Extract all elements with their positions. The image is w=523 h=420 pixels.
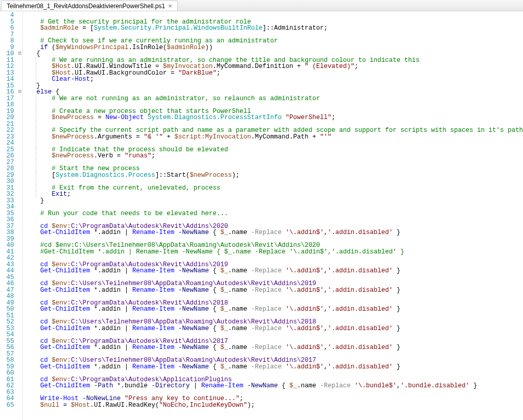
fold-indicator xyxy=(17,121,22,128)
code-line[interactable]: Get-ChildItem *.addin | Rename-Item -New… xyxy=(25,325,523,332)
code-line[interactable]: Get-ChildItem *.addin | Rename-Item -New… xyxy=(25,364,523,370)
code-line[interactable]: $newProcess.Arguments = "& '" + $script:… xyxy=(25,134,523,141)
code-line[interactable]: # Exit from the current, unelevated, pro… xyxy=(25,185,523,192)
fold-indicator xyxy=(17,147,22,153)
line-number: 24 xyxy=(0,140,14,147)
fold-indicator xyxy=(17,332,22,338)
fold-indicator[interactable]: ⊟ xyxy=(17,51,22,57)
code-editor[interactable]: 4567891011121314151617181920212223242526… xyxy=(0,11,523,420)
code-line[interactable]: Get-ChildItem *.addin | Rename-Item -New… xyxy=(25,287,523,294)
code-line[interactable]: $Host.UI.RawUI.WindowTitle = $myInvocati… xyxy=(25,63,523,70)
line-number: 60 xyxy=(0,370,14,377)
close-icon[interactable]: × xyxy=(168,3,172,9)
fold-indicator xyxy=(17,57,22,64)
fold-indicator xyxy=(17,274,22,281)
code-area[interactable]: # Get the security principal for the adm… xyxy=(22,11,523,420)
fold-indicator xyxy=(17,12,22,19)
fold-indicator xyxy=(17,255,22,262)
fold-indicator xyxy=(17,357,22,364)
fold-indicator xyxy=(17,377,22,383)
fold-indicator xyxy=(17,204,22,211)
fold-indicator xyxy=(17,76,22,83)
code-line[interactable]: Clear-Host; xyxy=(25,76,523,83)
code-line[interactable]: Get-ChildItem -Path *.bundle -Directory … xyxy=(25,383,523,389)
fold-indicator xyxy=(17,351,22,358)
code-line[interactable]: $Host.UI.RawUI.BackgroundColor = "DarkBl… xyxy=(25,70,523,77)
line-number: 44 xyxy=(0,268,14,274)
fold-indicator xyxy=(17,395,22,402)
fold-indicator xyxy=(17,70,22,77)
fold-indicator xyxy=(17,300,22,307)
line-number: 64 xyxy=(0,395,14,402)
line-number: 50 xyxy=(0,306,14,313)
fold-indicator xyxy=(17,63,22,70)
fold-indicator xyxy=(17,223,22,230)
code-line[interactable]: $newProcess.Verb = "runas"; xyxy=(25,153,523,159)
fold-indicator xyxy=(17,102,22,108)
line-number: 46 xyxy=(0,281,14,287)
fold-indicator xyxy=(17,338,22,345)
fold-indicator xyxy=(17,344,22,351)
tab-title: Teilnehmer08_1_RevitAddonsDeaktivierenPo… xyxy=(7,3,165,10)
fold-indicator xyxy=(17,185,22,192)
line-number: 16 xyxy=(0,89,14,96)
fold-indicator xyxy=(17,140,22,147)
fold-indicator xyxy=(17,38,22,44)
fold-indicator xyxy=(17,389,22,396)
code-line[interactable]: $newProcess = New-Object System.Diagnost… xyxy=(25,114,523,121)
code-line[interactable]: } xyxy=(25,83,523,89)
code-line[interactable]: Exit; xyxy=(25,191,523,198)
fold-indicator xyxy=(17,325,22,332)
fold-indicator xyxy=(17,262,22,268)
code-line[interactable]: $adminRole = [System.Security.Principal.… xyxy=(25,25,523,32)
code-line[interactable]: Get-ChildItem *.addin | Rename-Item -New… xyxy=(25,268,523,274)
fold-indicator-gutter: ⊟⊟ xyxy=(17,11,22,420)
fold-indicator xyxy=(17,211,22,217)
code-line[interactable]: # Specify the current script path and na… xyxy=(25,127,523,134)
code-line[interactable]: if ($myWindowsPrincipal.IsInRole($adminR… xyxy=(25,44,523,51)
code-line[interactable]: Get-ChildItem *.addin | Rename-Item -New… xyxy=(25,344,523,351)
line-number: 42 xyxy=(0,255,14,262)
fold-indicator xyxy=(17,172,22,179)
fold-indicator xyxy=(17,83,22,89)
line-number: 36 xyxy=(0,217,14,223)
line-number: 30 xyxy=(0,178,14,185)
code-line[interactable]: $null = $Host.UI.RawUI.ReadKey("NoEcho,I… xyxy=(25,402,523,409)
code-line[interactable]: [System.Diagnostics.Process]::Start($new… xyxy=(25,172,523,179)
tab-bar: Teilnehmer08_1_RevitAddonsDeaktivierenPo… xyxy=(0,0,523,11)
code-line[interactable]: Get-ChildItem *.addin | Rename-Item -New… xyxy=(25,229,523,236)
line-number: 14 xyxy=(0,76,14,83)
line-number: 38 xyxy=(0,229,14,236)
fold-indicator xyxy=(17,242,22,249)
fold-indicator xyxy=(17,364,22,370)
line-number: 10 xyxy=(0,51,14,57)
fold-indicator xyxy=(17,313,22,319)
code-line[interactable]: # We are not running as an administrator… xyxy=(25,96,523,102)
line-number: 40 xyxy=(0,242,14,249)
line-number: 6 xyxy=(0,25,14,32)
code-line[interactable]: # Run your code that needs to be elevate… xyxy=(25,211,523,217)
code-line[interactable]: Get-ChildItem *.addin | Rename-Item -New… xyxy=(25,306,523,313)
fold-indicator xyxy=(17,319,22,325)
fold-indicator[interactable]: ⊟ xyxy=(17,89,22,96)
fold-indicator xyxy=(17,217,22,223)
fold-indicator xyxy=(17,96,22,102)
fold-indicator xyxy=(17,293,22,300)
line-number: 32 xyxy=(0,191,14,198)
fold-indicator xyxy=(17,19,22,26)
fold-indicator xyxy=(17,229,22,236)
line-number: 34 xyxy=(0,204,14,211)
fold-indicator xyxy=(17,159,22,166)
fold-indicator xyxy=(17,127,22,134)
file-tab[interactable]: Teilnehmer08_1_RevitAddonsDeaktivierenPo… xyxy=(1,1,178,11)
fold-indicator xyxy=(17,44,22,51)
fold-indicator xyxy=(17,281,22,287)
fold-indicator xyxy=(17,370,22,377)
line-number: 52 xyxy=(0,319,14,325)
fold-indicator xyxy=(17,108,22,115)
code-line[interactable]: } xyxy=(25,198,523,204)
code-line[interactable]: Write-Host -NoNewLine "Press any key to … xyxy=(25,395,523,402)
fold-indicator xyxy=(17,191,22,198)
line-number: 26 xyxy=(0,153,14,159)
code-line[interactable]: #Get-ChildItem *.addin | Rename-Item -Ne… xyxy=(25,249,523,255)
